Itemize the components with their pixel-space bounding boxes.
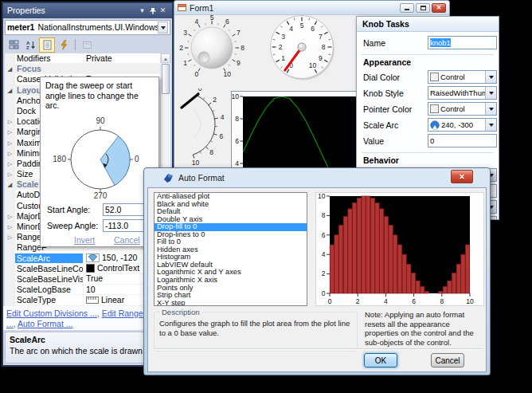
category-expander-icon[interactable]: ◢ [5,64,15,74]
knob-control[interactable]: 012345678910 [175,15,250,84]
task-dropdown[interactable]: 240, -300 [428,118,497,132]
task-textbox[interactable]: 0 [428,134,497,147]
preview-histogram: 02468100246810 [316,193,483,305]
svg-text:90: 90 [96,116,105,125]
svg-text:7: 7 [237,29,241,37]
task-dropdown[interactable]: RaisedWithThumb3D [428,86,497,100]
chevron-down-icon[interactable] [485,71,496,83]
row-margin [5,53,15,64]
pin-icon[interactable] [147,6,158,16]
task-textbox[interactable]: knob1 [428,36,497,49]
svg-text:180: 180 [53,155,66,163]
task-value: 240, -300 [440,120,485,129]
row-expander-icon[interactable]: ▷ [5,211,15,222]
property-value-text: Linear [101,295,124,305]
section-divider [362,152,494,153]
property-value-text: ControlText [97,264,139,274]
row-expander-icon[interactable]: ▷ [5,116,15,127]
black-swatch-icon [86,264,95,273]
svg-text:10: 10 [192,159,200,167]
format-listbox[interactable]: Anti-aliased plotBlack and whiteDefaultD… [154,192,307,306]
row-margin [5,253,15,264]
property-pages-icon[interactable] [79,37,95,53]
row-expander-icon[interactable]: ▷ [5,232,15,242]
events-icon[interactable] [56,37,72,53]
ok-button[interactable]: OK [364,353,397,367]
svg-text:6: 6 [225,18,229,26]
chevron-down-icon[interactable] [485,119,496,131]
alphabetical-icon[interactable]: AZ [22,37,38,53]
section-divider [362,54,494,55]
svg-text:6: 6 [311,25,315,33]
row-margin [5,190,15,200]
popup-instruction: Drag the sweep or start angle lines to c… [41,77,158,114]
svg-text:10: 10 [224,70,232,78]
svg-text:8: 8 [241,44,244,52]
scrollbar-thumb[interactable] [162,64,170,94]
close-button[interactable]: ✕ [432,3,446,13]
property-name: ScaleLogBase [15,285,84,295]
command-link[interactable]: Edit Custom Divisions ... [6,309,97,318]
dialog-client: Anti-aliased plotBlack and whiteDefaultD… [147,187,487,372]
property-row[interactable]: ModifiersPrivate [5,53,170,64]
window-title: Form1 [190,3,398,13]
property-name: ScaleType [15,295,84,305]
auto-format-titlebar[interactable]: Auto Format [147,168,487,187]
gauge-control[interactable]: 012345678910 [265,15,338,85]
property-value-text: 10 [86,285,96,295]
task-dropdown[interactable]: Control [428,102,497,116]
object-name: meter1 [7,21,34,34]
arc-diagram[interactable]: 901800270 [41,116,160,203]
minimize-button[interactable] [400,3,414,13]
svg-text:6: 6 [322,231,326,239]
help-title: ScaleArc [10,335,166,344]
property-name: ScaleBaseLineVisible [15,274,84,285]
svg-text:270: 270 [94,191,108,200]
properties-titlebar[interactable]: Properties ▾ ✕ [3,3,172,18]
category-row[interactable]: ◢Focus [5,64,170,74]
row-margin [5,295,15,305]
category-expander-icon[interactable]: ◢ [5,85,15,96]
categorized-icon[interactable] [6,37,22,53]
auto-format-dialog: Auto Format ✕ Anti-aliased plotBlack and… [143,167,491,375]
format-list-item[interactable]: X-Y step [155,300,307,306]
chevron-down-icon[interactable] [485,87,496,99]
preview-panel: 02468100246810 [315,192,484,306]
svg-text:6: 6 [219,132,223,140]
cancel-button[interactable]: Cancel [431,353,464,367]
close-icon[interactable]: ✕ [451,170,473,183]
task-label: Name [363,38,385,48]
command-link[interactable]: Auto Format ... [18,319,72,328]
close-icon[interactable]: ✕ [158,6,168,16]
properties-page-icon[interactable] [39,37,55,53]
chevron-down-icon[interactable] [158,22,168,33]
task-row: Nameknob1 [357,35,499,51]
measurement-studio-icon [163,173,174,183]
window-position-icon[interactable]: ▾ [137,6,147,16]
maximize-button[interactable] [416,3,430,13]
description-groupbox: Description Configures the graph to fill… [154,312,358,352]
category-expander-icon[interactable]: ◢ [5,179,15,190]
cancel-link[interactable]: Cancel [114,235,140,245]
row-expander-icon[interactable]: ▷ [5,222,15,232]
sweep-angle-label: Sweep Angle: [47,221,98,230]
row-expander-icon[interactable]: ▷ [5,138,15,148]
note-text: Note: Applying an auto format resets all… [365,310,479,347]
object-selector[interactable]: meter1 NationalInstruments.UI.WindowsFor… [5,20,170,35]
row-expander-icon[interactable]: ▷ [5,127,15,137]
invert-link[interactable]: Invert [74,235,95,245]
row-expander-icon[interactable]: ▷ [5,159,15,169]
chevron-down-icon[interactable] [485,103,496,115]
property-value-text: 150, -120 [102,253,137,264]
form1-titlebar[interactable]: Form1 ✕ [174,1,449,15]
row-margin [5,96,15,106]
svg-text:1: 1 [281,54,285,62]
svg-text:9: 9 [319,54,323,62]
property-name: ScaleBaseLineColor [15,264,84,274]
svg-text:8: 8 [235,115,239,123]
row-expander-icon[interactable]: ▷ [5,169,15,179]
task-dropdown[interactable]: Control [428,70,497,84]
row-expander-icon[interactable]: ▷ [5,148,15,159]
scroll-up-icon[interactable]: ▲ [161,53,170,63]
property-name: ScaleArc [15,253,84,264]
